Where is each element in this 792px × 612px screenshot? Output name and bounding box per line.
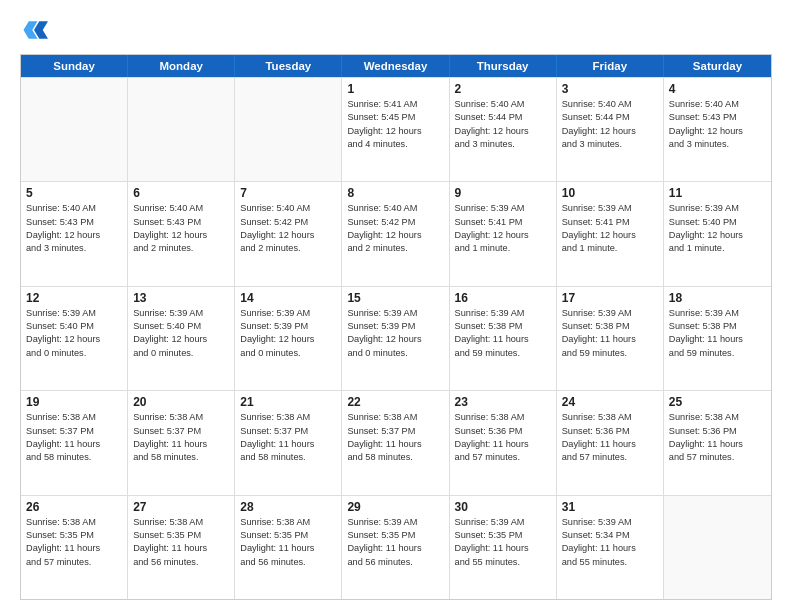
cell-info-line: Sunrise: 5:40 AM [669,98,766,111]
cell-info-line: and 58 minutes. [133,451,229,464]
cell-info-line: Sunset: 5:38 PM [669,320,766,333]
day-number: 18 [669,291,766,305]
weekday-header-tuesday: Tuesday [235,55,342,77]
day-number: 1 [347,82,443,96]
cell-info-line: Sunrise: 5:39 AM [669,202,766,215]
cell-info-line: and 1 minute. [562,242,658,255]
calendar-cell-30: 30Sunrise: 5:39 AMSunset: 5:35 PMDayligh… [450,496,557,599]
calendar-cell-29: 29Sunrise: 5:39 AMSunset: 5:35 PMDayligh… [342,496,449,599]
day-number: 23 [455,395,551,409]
day-number: 20 [133,395,229,409]
cell-info-line: Sunset: 5:37 PM [347,425,443,438]
cell-info-line: Sunset: 5:35 PM [26,529,122,542]
cell-info-line: and 2 minutes. [133,242,229,255]
cell-info-line: Daylight: 12 hours [133,229,229,242]
cell-info-line: Daylight: 12 hours [455,229,551,242]
cell-info-line: Daylight: 11 hours [240,438,336,451]
cell-info-line: Daylight: 11 hours [562,438,658,451]
cell-info-line: Sunset: 5:36 PM [455,425,551,438]
day-number: 31 [562,500,658,514]
calendar-cell-19: 19Sunrise: 5:38 AMSunset: 5:37 PMDayligh… [21,391,128,494]
cell-info-line: Daylight: 12 hours [347,125,443,138]
cell-info-line: Sunrise: 5:40 AM [26,202,122,215]
cell-info-line: Sunset: 5:40 PM [26,320,122,333]
weekday-header-sunday: Sunday [21,55,128,77]
cell-info-line: Daylight: 12 hours [133,333,229,346]
calendar-cell-22: 22Sunrise: 5:38 AMSunset: 5:37 PMDayligh… [342,391,449,494]
cell-info-line: Daylight: 12 hours [562,229,658,242]
cell-info-line: Sunset: 5:35 PM [455,529,551,542]
cell-info-line: Sunset: 5:40 PM [133,320,229,333]
cell-info-line: and 3 minutes. [562,138,658,151]
day-number: 10 [562,186,658,200]
cell-info-line: and 58 minutes. [240,451,336,464]
cell-info-line: Sunset: 5:39 PM [240,320,336,333]
calendar-cell-17: 17Sunrise: 5:39 AMSunset: 5:38 PMDayligh… [557,287,664,390]
cell-info-line: Sunrise: 5:39 AM [562,202,658,215]
page: SundayMondayTuesdayWednesdayThursdayFrid… [0,0,792,612]
day-number: 8 [347,186,443,200]
cell-info-line: Daylight: 11 hours [455,333,551,346]
cell-info-line: Sunset: 5:39 PM [347,320,443,333]
cell-info-line: Daylight: 11 hours [240,542,336,555]
calendar-cell-1: 1Sunrise: 5:41 AMSunset: 5:45 PMDaylight… [342,78,449,181]
calendar-cell-24: 24Sunrise: 5:38 AMSunset: 5:36 PMDayligh… [557,391,664,494]
cell-info-line: and 55 minutes. [562,556,658,569]
calendar-cell-4: 4Sunrise: 5:40 AMSunset: 5:43 PMDaylight… [664,78,771,181]
cell-info-line: Sunrise: 5:38 AM [133,516,229,529]
cell-info-line: Sunset: 5:42 PM [240,216,336,229]
cell-info-line: Daylight: 12 hours [240,333,336,346]
cell-info-line: and 57 minutes. [26,556,122,569]
cell-info-line: and 58 minutes. [347,451,443,464]
cell-info-line: Sunrise: 5:38 AM [133,411,229,424]
logo [20,16,52,44]
cell-info-line: Sunrise: 5:39 AM [26,307,122,320]
day-number: 19 [26,395,122,409]
calendar-cell-27: 27Sunrise: 5:38 AMSunset: 5:35 PMDayligh… [128,496,235,599]
cell-info-line: Daylight: 12 hours [347,333,443,346]
cell-info-line: Daylight: 11 hours [26,438,122,451]
cell-info-line: Sunset: 5:37 PM [240,425,336,438]
cell-info-line: and 1 minute. [669,242,766,255]
day-number: 17 [562,291,658,305]
cell-info-line: Sunrise: 5:38 AM [669,411,766,424]
calendar-cell-15: 15Sunrise: 5:39 AMSunset: 5:39 PMDayligh… [342,287,449,390]
day-number: 16 [455,291,551,305]
cell-info-line: Sunset: 5:36 PM [562,425,658,438]
day-number: 21 [240,395,336,409]
cell-info-line: Sunset: 5:43 PM [26,216,122,229]
day-number: 13 [133,291,229,305]
cell-info-line: Daylight: 12 hours [562,125,658,138]
cell-info-line: Daylight: 11 hours [455,438,551,451]
cell-info-line: Sunrise: 5:41 AM [347,98,443,111]
cell-info-line: Sunset: 5:43 PM [669,111,766,124]
cell-info-line: Sunset: 5:43 PM [133,216,229,229]
calendar-cell-3: 3Sunrise: 5:40 AMSunset: 5:44 PMDaylight… [557,78,664,181]
calendar-row-1: 1Sunrise: 5:41 AMSunset: 5:45 PMDaylight… [21,77,771,181]
cell-info-line: Daylight: 11 hours [455,542,551,555]
cell-info-line: Daylight: 11 hours [669,438,766,451]
cell-info-line: and 1 minute. [455,242,551,255]
cell-info-line: Daylight: 11 hours [669,333,766,346]
calendar-cell-20: 20Sunrise: 5:38 AMSunset: 5:37 PMDayligh… [128,391,235,494]
cell-info-line: Sunset: 5:37 PM [133,425,229,438]
cell-info-line: and 57 minutes. [562,451,658,464]
calendar-cell-18: 18Sunrise: 5:39 AMSunset: 5:38 PMDayligh… [664,287,771,390]
calendar-cell-empty [664,496,771,599]
cell-info-line: Sunrise: 5:39 AM [455,516,551,529]
calendar-cell-10: 10Sunrise: 5:39 AMSunset: 5:41 PMDayligh… [557,182,664,285]
day-number: 29 [347,500,443,514]
cell-info-line: Sunrise: 5:38 AM [26,411,122,424]
calendar-cell-8: 8Sunrise: 5:40 AMSunset: 5:42 PMDaylight… [342,182,449,285]
day-number: 7 [240,186,336,200]
calendar-row-4: 19Sunrise: 5:38 AMSunset: 5:37 PMDayligh… [21,390,771,494]
weekday-header-monday: Monday [128,55,235,77]
day-number: 28 [240,500,336,514]
day-number: 26 [26,500,122,514]
cell-info-line: Daylight: 11 hours [133,438,229,451]
cell-info-line: Sunrise: 5:38 AM [347,411,443,424]
cell-info-line: and 57 minutes. [669,451,766,464]
cell-info-line: Daylight: 11 hours [562,333,658,346]
cell-info-line: Sunrise: 5:39 AM [562,516,658,529]
day-number: 2 [455,82,551,96]
